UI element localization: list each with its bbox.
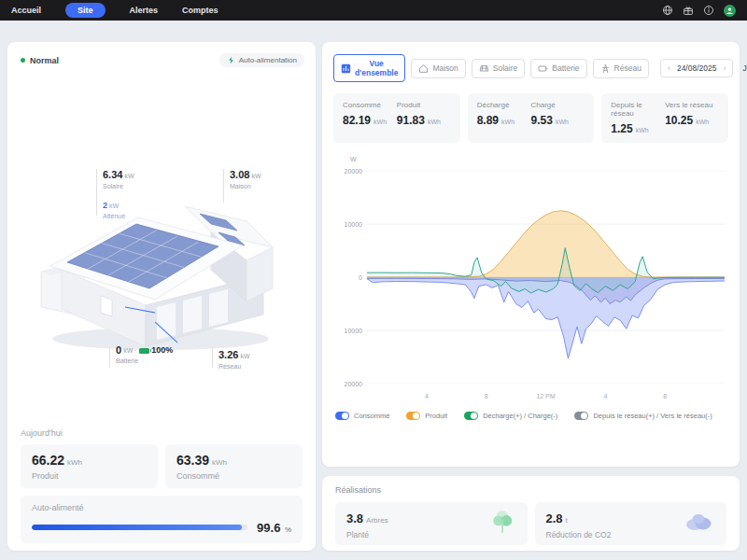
site-panel-header: Normal Auto-alimentation	[7, 42, 316, 67]
chart-plot	[367, 171, 725, 384]
achievements-title: Réalisations	[335, 485, 726, 495]
nav-item-accueil[interactable]: Accueil	[11, 6, 41, 15]
tab-maison[interactable]: Maison	[411, 59, 465, 78]
leader-line	[212, 347, 213, 368]
energy-flash-icon	[227, 56, 235, 64]
globe-icon[interactable]	[662, 5, 673, 16]
y-tick-label: 10000	[345, 328, 362, 334]
y-axis-unit: W	[350, 156, 357, 162]
self-powered-card: Auto-alimenté 99.6 %	[21, 496, 303, 543]
overview-toolbar: Vue d'ensemble Maison Solaire Batterie R…	[322, 42, 740, 82]
legend-reseau[interactable]: Depuis le réseau(+) / Vers le réseau(-)	[574, 412, 712, 420]
whats-new-icon[interactable]	[683, 5, 694, 16]
leader-line	[96, 169, 97, 216]
solar-power-label: 6.34kW Solaire 2kW Atténué	[103, 164, 134, 221]
auto-consumption-badge: Auto-alimentation	[219, 53, 304, 67]
site-panel: Normal Auto-alimentation 6.34kW	[7, 42, 316, 551]
y-tick-label: 20000	[345, 168, 362, 175]
x-tick-label: 4	[425, 393, 429, 399]
y-tick-label: 10000	[345, 221, 362, 228]
overview-icon	[341, 63, 351, 74]
chart-legend: Consommé Produit Déchargé(+) / Chargé(-)…	[335, 412, 726, 420]
home-icon	[418, 63, 429, 74]
co2-reduction-card: 2.8t Réduction de CO2	[535, 502, 727, 545]
toggle-icon[interactable]	[574, 412, 588, 420]
x-tick-label: 4	[603, 393, 607, 399]
stat-card-consumption: Consommé82.19kWh Produit91.83kWh	[333, 93, 460, 143]
leader-line	[109, 347, 110, 368]
tab-solaire[interactable]: Solaire	[472, 59, 525, 78]
cloud-co2-icon	[684, 511, 713, 536]
tree-icon	[490, 509, 514, 539]
x-tick-label: 8	[663, 393, 667, 399]
home-power-label: 3.08kW Maison	[230, 164, 261, 191]
nav-item-comptes[interactable]: Comptes	[182, 6, 218, 15]
next-day-icon[interactable]: ›	[723, 64, 726, 73]
x-axis-ticks: 4812 PM48	[367, 393, 725, 404]
trees-planted-card: 3.8Arbres Planté	[335, 502, 528, 545]
nav-item-site[interactable]: Site	[65, 3, 106, 18]
tab-vue-densemble[interactable]: Vue d'ensemble	[333, 54, 405, 82]
today-title: Aujourd'hui	[21, 428, 303, 438]
today-produced-card: 66.22kWh Produit	[21, 444, 158, 488]
house-illustration	[35, 180, 286, 357]
achievements-panel: Réalisations 3.8Arbres Planté 2.8t Réduc…	[322, 476, 740, 551]
toggle-icon[interactable]	[406, 412, 420, 420]
grid-power-label: 3.26kW Réseau	[218, 344, 250, 371]
solar-panel-icon	[479, 63, 489, 74]
y-axis-ticks: 200001000001000020000	[333, 171, 362, 384]
user-avatar[interactable]	[724, 5, 736, 17]
nav-right-icons	[662, 5, 736, 17]
tab-batterie[interactable]: Batterie	[530, 59, 586, 78]
self-powered-fill	[32, 525, 242, 530]
stat-card-battery: Déchargé8.89kWh Chargé9.53kWh	[468, 93, 595, 143]
leader-line	[223, 169, 224, 203]
today-consumed-card: 63.39kWh Consommé	[165, 444, 303, 488]
self-powered-value: 99.6 %	[257, 519, 291, 536]
overview-panel: Vue d'ensemble Maison Solaire Batterie R…	[322, 42, 740, 467]
battery-tab-icon	[538, 63, 548, 74]
date-value: 24/08/2025	[677, 63, 717, 73]
info-icon[interactable]	[703, 5, 714, 16]
battery-icon	[139, 348, 149, 354]
site-status: Normal	[21, 56, 59, 65]
y-tick-label: 20000	[345, 381, 362, 387]
x-tick-label: 12 PM	[536, 393, 555, 399]
legend-decharge-charge[interactable]: Déchargé(+) / Chargé(-)	[464, 412, 557, 420]
x-tick-label: 8	[485, 393, 488, 399]
auto-badge-label: Auto-alimentation	[239, 56, 297, 64]
main-nav: Accueil Site Alertes Comptes	[11, 3, 218, 18]
date-picker[interactable]: ‹ 24/08/2025 ›	[660, 59, 734, 77]
toggle-icon[interactable]	[335, 412, 349, 420]
top-navbar: Accueil Site Alertes Comptes	[0, 0, 747, 21]
status-dot-icon	[21, 58, 25, 63]
tab-reseau[interactable]: Réseau	[593, 59, 649, 78]
power-chart: W 200001000001000020000 4812 PM48	[333, 154, 728, 412]
nav-item-alertes[interactable]: Alertes	[130, 6, 159, 15]
legend-produit[interactable]: Produit	[406, 412, 447, 420]
stat-card-grid: Depuis le réseau1.25kWh Vers le réseau10…	[601, 93, 728, 143]
y-tick-label: 0	[359, 274, 362, 281]
toggle-icon[interactable]	[464, 412, 478, 420]
range-select[interactable]: Jour ▾	[742, 63, 747, 73]
battery-power-label: 0kW · 100% Batterie	[116, 344, 173, 366]
stats-row: Consommé82.19kWh Produit91.83kWh Décharg…	[333, 93, 728, 143]
today-section: Aujourd'hui 66.22kWh Produit 63.39kWh Co…	[21, 428, 303, 543]
grid-pylon-icon	[600, 63, 611, 74]
legend-consomme[interactable]: Consommé	[335, 412, 389, 420]
status-label: Normal	[30, 56, 59, 65]
self-powered-progress	[32, 525, 247, 530]
prev-day-icon[interactable]: ‹	[668, 64, 670, 73]
